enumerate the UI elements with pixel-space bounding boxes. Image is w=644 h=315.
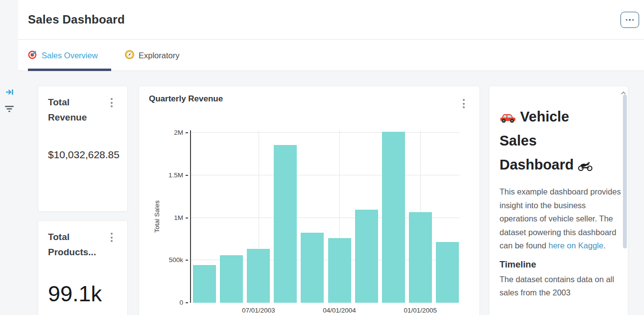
left-rail (0, 0, 18, 315)
bar-07/01/2004[interactable] (355, 210, 378, 303)
x-tick-label: 04/01/2004 (323, 307, 356, 314)
target-icon (28, 50, 37, 61)
bar-10/01/2004[interactable] (382, 132, 405, 303)
tab-bar: Sales Overview Exploratory (18, 40, 644, 71)
y-tick-mark (186, 302, 188, 303)
more-options-button[interactable] (620, 12, 639, 28)
bar-04/01/2003[interactable] (220, 255, 243, 303)
timeline-heading: Timeline (500, 259, 621, 270)
dashboard-viewport: Sales Dashboard Sales Overview (0, 0, 644, 315)
card-menu-button[interactable] (462, 98, 466, 109)
info-panel-card: Vehicle Sales Dashboard This example das… (489, 86, 628, 315)
tab-sales-overview[interactable]: Sales Overview (28, 40, 111, 71)
y-tick-label: 1.5M (168, 171, 183, 180)
y-tick-mark (186, 132, 188, 133)
x-tick-label: 01/01/2005 (404, 307, 437, 314)
chart-title: Quarterly Revenue (149, 94, 223, 104)
bar-07/01/2003[interactable] (247, 249, 270, 303)
card-title: Total Revenue (48, 95, 108, 125)
panel-description: This example dashboard provides insight … (500, 185, 621, 253)
y-tick-mark (186, 175, 188, 176)
tab-label: Sales Overview (42, 51, 98, 60)
gridline (191, 132, 460, 133)
kebab-icon (463, 99, 465, 101)
page-title: Sales Dashboard (28, 13, 125, 26)
total-revenue-value: $10,032,628.85 (48, 149, 119, 161)
car-emoji-icon (500, 109, 516, 124)
kaggle-link[interactable]: here on Kaggle (549, 241, 603, 250)
total-revenue-card: Total Revenue $10,032,628.85 (38, 86, 128, 212)
kebab-icon (111, 233, 113, 235)
total-products-value: 99.1k (48, 283, 102, 305)
card-menu-button[interactable] (110, 97, 114, 108)
x-tick-label: 07/01/2003 (242, 307, 275, 314)
timeline-text: The dataset contains data on all sales f… (500, 273, 621, 300)
scroll-up-arrow-icon[interactable] (620, 89, 626, 94)
header: Sales Dashboard (18, 0, 644, 40)
y-tick-label: 500k (169, 256, 183, 265)
compass-icon (125, 50, 134, 61)
filter-icon (4, 105, 14, 115)
bar-01/01/2004[interactable] (301, 233, 324, 303)
y-tick-label: 0 (179, 298, 183, 307)
quarterly-revenue-card: Quarterly Revenue Total Sales 0500k1M1.5… (139, 86, 480, 315)
filter-button[interactable] (4, 105, 15, 115)
expand-arrow-icon (5, 88, 14, 98)
y-tick-label: 2M (174, 128, 183, 137)
motorcycle-emoji-icon (578, 157, 593, 172)
y-axis-labels: 0500k1M1.5M2M (139, 130, 189, 303)
card-title: Total Products... (48, 229, 108, 260)
expand-sidebar-button[interactable] (4, 88, 15, 98)
gridline (191, 175, 460, 175)
tab-exploratory[interactable]: Exploratory (125, 40, 179, 71)
bar-10/01/2003[interactable] (274, 145, 297, 303)
plot-area[interactable]: 07/01/200304/01/200401/01/2005 (190, 130, 460, 303)
y-tick-label: 1M (174, 214, 183, 222)
y-tick-mark (186, 260, 188, 261)
panel-scrollbar-thumb[interactable] (623, 95, 627, 248)
total-products-card: Total Products... 99.1k (38, 220, 128, 315)
bar-04/01/2004[interactable] (328, 238, 351, 303)
info-panel-content: Vehicle Sales Dashboard This example das… (500, 105, 621, 300)
bar-01/01/2005[interactable] (409, 212, 432, 303)
kebab-icon (111, 98, 113, 100)
y-tick-mark (186, 218, 188, 218)
bar-01/01/2003[interactable] (193, 265, 216, 303)
tab-label: Exploratory (139, 51, 179, 60)
panel-heading: Vehicle Sales Dashboard (500, 105, 621, 177)
bar-04/01/2005[interactable] (436, 242, 459, 303)
ellipsis-icon (626, 19, 628, 21)
card-menu-button[interactable] (110, 232, 114, 243)
